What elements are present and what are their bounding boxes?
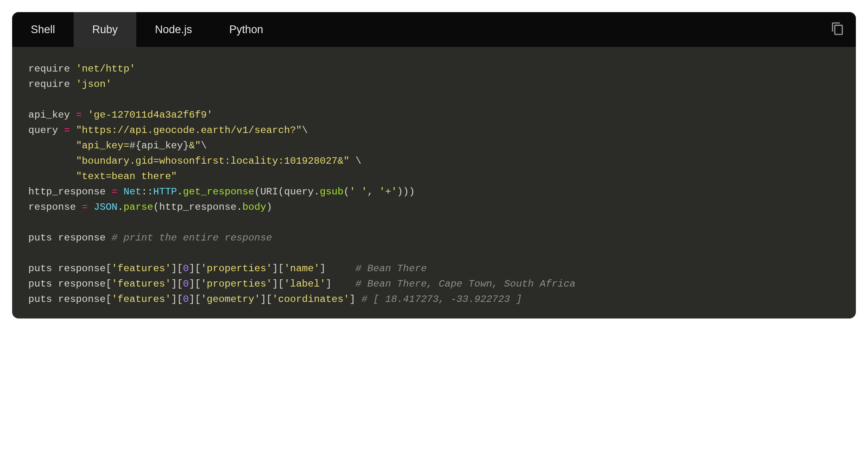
code-token: 0 (183, 294, 189, 305)
code-line: http_response = Net::HTTP.get_response(U… (28, 186, 415, 197)
code-token: ] (349, 294, 361, 305)
code-token: HTTP (153, 186, 177, 197)
code-line: puts response # print the entire respons… (28, 232, 272, 243)
code-token: ][ (260, 294, 272, 305)
code-token: 'features' (112, 278, 171, 289)
code-token: ][ (272, 278, 284, 289)
code-token: ( (343, 186, 349, 197)
code-token: api_key (28, 110, 76, 120)
code-token: 'name' (284, 263, 320, 274)
code-token: 'net/http' (76, 63, 135, 74)
code-token: ) (266, 202, 272, 213)
code-token: , (367, 186, 379, 197)
tab-nodejs[interactable]: Node.js (136, 12, 211, 47)
tab-bar: Shell Ruby Node.js Python (12, 12, 856, 47)
code-token: Net (123, 186, 141, 197)
code-line: require 'json' (28, 79, 112, 90)
code-token: require (28, 63, 76, 74)
code-token (118, 186, 124, 197)
code-token: (URI(query. (254, 186, 320, 197)
code-token: 'features' (112, 294, 171, 305)
code-line: api_key = 'ge-127011d4a3a2f6f9' (28, 110, 213, 120)
code-token: ][ (189, 294, 201, 305)
tab-label: Ruby (92, 23, 118, 36)
code-token: body (242, 202, 266, 213)
code-token: \ (302, 125, 308, 136)
code-token: \ (201, 140, 207, 151)
code-token: ] (320, 263, 355, 274)
code-token: response (28, 202, 82, 213)
code-token: JSON (94, 202, 118, 213)
code-token: "boundary.gid=whosonfirst:locality:10192… (76, 156, 349, 167)
code-line: "text=bean there" (28, 171, 177, 182)
code-token: query (28, 125, 64, 136)
code-token (28, 156, 76, 167)
code-token: ][ (189, 278, 201, 289)
code-token: puts response[ (28, 278, 112, 289)
code-token: 0 (183, 278, 189, 289)
tab-label: Node.js (155, 23, 192, 36)
code-line: response = JSON.parse(http_response.body… (28, 202, 272, 213)
code-token: "https://api.geocode.earth/v1/search?" (76, 125, 302, 136)
code-token: 'properties' (201, 263, 272, 274)
code-token: gsub (320, 186, 343, 197)
code-token: ] (326, 278, 356, 289)
code-line: puts response['features'][0]['geometry']… (28, 294, 522, 305)
code-token: 'label' (284, 278, 326, 289)
code-token: get_response (183, 186, 254, 197)
code-token (28, 140, 76, 151)
code-line: query = "https://api.geocode.earth/v1/se… (28, 125, 308, 136)
code-token: ][ (171, 278, 183, 289)
code-token (82, 110, 88, 120)
code-token: ][ (272, 263, 284, 274)
code-token: 'properties' (201, 278, 272, 289)
copy-icon (831, 30, 845, 37)
code-token: parse (123, 202, 153, 213)
code-token (70, 125, 76, 136)
code-line: require 'net/http' (28, 63, 135, 74)
copy-button[interactable] (831, 22, 845, 37)
code-token: # print the entire response (112, 232, 272, 243)
code-token: 'ge-127011d4a3a2f6f9' (88, 110, 213, 120)
code-token: 'features' (112, 263, 171, 274)
code-token: 'json' (76, 79, 112, 90)
code-line: "boundary.gid=whosonfirst:locality:10192… (28, 156, 361, 167)
code-token (88, 202, 94, 213)
code-token: . (118, 202, 124, 213)
code-token: # Bean There (356, 263, 427, 274)
code-token: = (112, 186, 118, 197)
code-token: # [ 18.417273, -33.922723 ] (361, 294, 522, 305)
code-token: . (177, 186, 183, 197)
code-token: = (64, 125, 70, 136)
code-line: puts response['features'][0]['properties… (28, 263, 427, 274)
code-line: "api_key=#{api_key}&"\ (28, 140, 207, 151)
code-token: ' ' (349, 186, 367, 197)
tab-ruby[interactable]: Ruby (74, 12, 136, 47)
code-token: ))) (397, 186, 415, 197)
code-token: &" (189, 140, 201, 151)
code-block: Shell Ruby Node.js Python require 'net/h… (12, 12, 856, 318)
code-token: = (76, 110, 82, 120)
code-token: ][ (189, 263, 201, 274)
code-token: "text=bean there" (76, 171, 177, 182)
code-token: 'geometry' (201, 294, 260, 305)
tab-python[interactable]: Python (211, 12, 282, 47)
tab-label: Python (229, 23, 263, 36)
code-token (28, 171, 76, 182)
code-token: = (82, 202, 88, 213)
code-token: ][ (171, 263, 183, 274)
code-token: require (28, 79, 76, 90)
code-token: #{api_key} (129, 140, 189, 151)
tab-shell[interactable]: Shell (12, 12, 74, 47)
code-token: 'coordinates' (272, 294, 349, 305)
code-token: :: (141, 186, 153, 197)
code-token: ][ (171, 294, 183, 305)
code-token: puts response[ (28, 294, 112, 305)
tab-label: Shell (31, 23, 55, 36)
code-token: 0 (183, 263, 189, 274)
code-area[interactable]: require 'net/http' require 'json' api_ke… (12, 47, 856, 318)
code-token: "api_key= (76, 140, 129, 151)
code-token: '+' (379, 186, 397, 197)
code-token: \ (349, 156, 361, 167)
code-token: puts response (28, 232, 112, 243)
